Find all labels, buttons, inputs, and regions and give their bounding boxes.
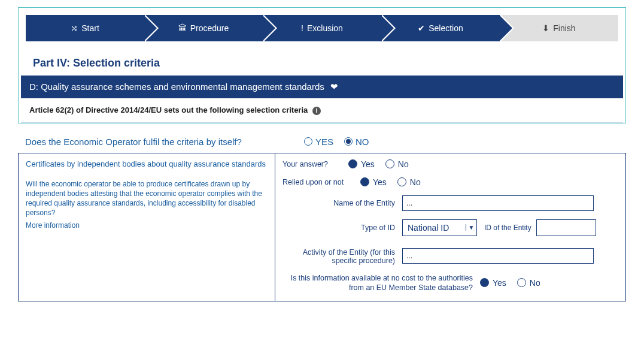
activity-row: Activity of the Entity (for this specifi… <box>282 248 618 265</box>
step-exclusion[interactable]: !Exclusion <box>263 15 381 41</box>
your-answer-row: Your answer? Yes No <box>282 159 618 169</box>
radio-label: YES <box>315 137 333 147</box>
radio-label: Yes <box>493 278 506 288</box>
type-id-select[interactable]: National ID ▼ <box>402 219 477 236</box>
radio-icon <box>344 137 353 146</box>
id-entity-label: ID of the Entity <box>484 224 531 232</box>
radio-icon <box>348 159 357 168</box>
step-label: Procedure <box>190 23 229 33</box>
detail-panels: Certificates by independent bodies about… <box>18 153 626 302</box>
radio-label: No <box>410 177 421 187</box>
availability-yes[interactable]: Yes <box>480 278 506 288</box>
exclamation-icon: ! <box>301 23 303 33</box>
more-information-link[interactable]: More information <box>26 221 268 230</box>
fulfil-no-option[interactable]: NO <box>344 137 369 147</box>
info-icon[interactable]: i <box>312 107 321 115</box>
right-panel: Your answer? Yes No Relied upon or not Y… <box>275 153 626 302</box>
type-id-row: Type of ID National ID ▼ ID of the Entit… <box>282 219 618 236</box>
radio-icon <box>517 278 526 287</box>
step-procedure[interactable]: 🏛Procedure <box>144 15 263 41</box>
main-container: ⤭Start 🏛Procedure !Exclusion ✔Selection … <box>18 7 626 123</box>
type-id-value: National ID <box>403 223 466 233</box>
radio-label: NO <box>356 137 369 147</box>
relied-no[interactable]: No <box>397 177 421 187</box>
relied-row: Relied upon or not Yes No <box>282 177 618 187</box>
building-icon: 🏛 <box>178 23 187 33</box>
fulfil-radio-group: YES NO <box>304 137 369 147</box>
availability-no[interactable]: No <box>517 278 540 288</box>
availability-radio-group: Yes No <box>480 278 540 288</box>
radio-icon <box>397 177 406 186</box>
name-entity-label: Name of the Entity <box>282 199 402 207</box>
your-answer-no[interactable]: No <box>385 159 409 169</box>
relied-yes[interactable]: Yes <box>360 177 387 187</box>
fulfil-question-row: Does the Economic Operator fulfil the cr… <box>18 131 626 153</box>
radio-label: No <box>398 159 409 169</box>
criteria-body: Will the economic operator be able to pr… <box>26 179 268 218</box>
step-label: Finish <box>553 23 575 33</box>
step-label: Exclusion <box>307 23 343 33</box>
section-header[interactable]: D: Quality assurance schemes and environ… <box>21 76 623 98</box>
check-circle-icon: ✔ <box>418 23 425 33</box>
your-answer-label: Your answer? <box>282 160 348 168</box>
chevron-down-icon: ❤ <box>330 82 338 92</box>
activity-label: Activity of the Entity (for this specifi… <box>282 248 402 265</box>
step-finish[interactable]: ⬇Finish <box>500 15 618 41</box>
article-text: Article 62(2) of Directive 2014/24/EU se… <box>29 105 308 114</box>
your-answer-yes[interactable]: Yes <box>348 159 375 169</box>
availability-label: Is this information available at no cost… <box>282 273 480 293</box>
activity-input[interactable] <box>402 248 594 264</box>
shuffle-icon: ⤭ <box>71 23 78 33</box>
radio-label: Yes <box>361 159 375 169</box>
name-entity-input[interactable] <box>402 195 594 211</box>
name-entity-row: Name of the Entity <box>282 195 618 211</box>
part-title: Part IV: Selection criteria <box>19 49 625 76</box>
radio-icon <box>360 177 369 186</box>
relied-label: Relied upon or not <box>282 178 360 186</box>
relied-radio-group: Yes No <box>360 177 421 187</box>
step-label: Selection <box>429 23 463 33</box>
radio-label: Yes <box>373 177 387 187</box>
radio-label: No <box>530 278 540 288</box>
download-icon: ⬇ <box>542 23 549 33</box>
criteria-heading: Certificates by independent bodies about… <box>26 159 268 168</box>
your-answer-radio-group: Yes No <box>348 159 409 169</box>
step-bar: ⤭Start 🏛Procedure !Exclusion ✔Selection … <box>26 15 618 41</box>
step-label: Start <box>81 23 99 33</box>
fulfil-yes-option[interactable]: YES <box>304 137 333 147</box>
left-panel: Certificates by independent bodies about… <box>18 153 275 302</box>
section-header-text: D: Quality assurance schemes and environ… <box>29 82 324 92</box>
step-start[interactable]: ⤭Start <box>26 15 144 41</box>
availability-row: Is this information available at no cost… <box>282 273 618 293</box>
type-id-label: Type of ID <box>282 224 402 232</box>
radio-icon <box>304 137 312 146</box>
id-entity-input[interactable] <box>536 219 596 236</box>
fulfil-question-text: Does the Economic Operator fulfil the cr… <box>23 137 304 147</box>
step-selection[interactable]: ✔Selection <box>381 15 500 41</box>
article-criteria-row: Article 62(2) of Directive 2014/24/EU se… <box>21 98 623 123</box>
radio-icon <box>480 278 489 287</box>
radio-icon <box>385 159 394 168</box>
chevron-down-icon: ▼ <box>466 224 476 231</box>
